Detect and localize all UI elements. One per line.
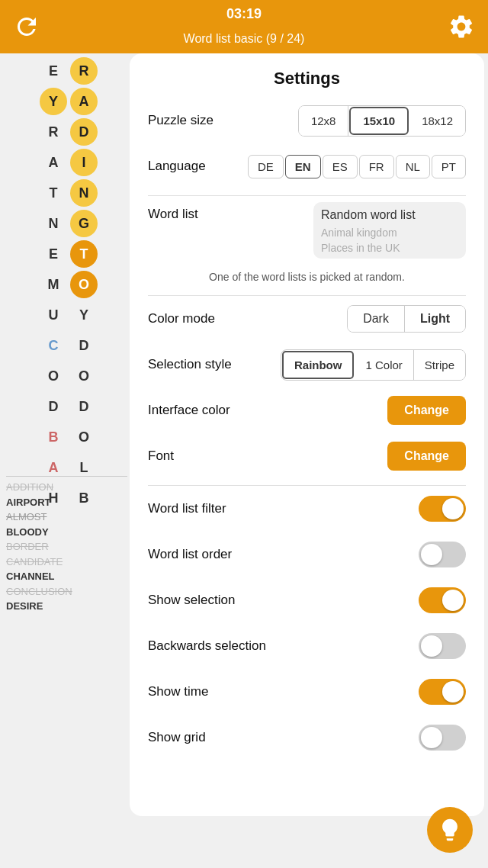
divider — [148, 485, 466, 486]
color-mode-light[interactable]: Light — [405, 306, 465, 332]
word-list-order-toggle[interactable] — [419, 542, 466, 567]
color-mode-row: Color mode Dark Light — [148, 302, 466, 336]
grid-row: C D — [4, 332, 133, 359]
grid-row: D D — [4, 393, 133, 420]
grid-row: Y A — [4, 88, 133, 115]
gear-icon — [448, 13, 475, 40]
grid-row: E R — [4, 57, 133, 85]
word-list-dropdown[interactable]: Random word list Animal kingdom Places i… — [313, 202, 466, 259]
grid-cell: Y — [40, 88, 67, 115]
interface-color-label: Interface color — [148, 403, 230, 418]
font-change-button[interactable]: Change — [387, 442, 466, 471]
found-words-list: ADDITION AIRPORT ALMOST BLOODY BORDER CA… — [0, 473, 133, 617]
grid-cell: R — [40, 118, 67, 146]
grid-row: O O — [4, 362, 133, 390]
show-time-label: Show time — [148, 684, 208, 699]
word-list-selected: Random word list — [321, 205, 458, 225]
word-list-filter-toggle[interactable] — [419, 496, 466, 522]
selection-style-group: Rainbow 1 Color Stripe — [281, 349, 466, 381]
grid-cell: G — [70, 210, 98, 237]
word-list-row: Word list Random word list Animal kingdo… — [148, 202, 466, 259]
show-grid-label: Show grid — [148, 730, 206, 745]
word-list-item: ALMOST — [6, 510, 127, 525]
letter-grid: E R Y A R D A I T N N G E T M O U Y C D … — [4, 57, 133, 515]
interface-color-change-button[interactable]: Change — [387, 396, 466, 425]
settings-button[interactable] — [442, 8, 480, 46]
lightbulb-icon — [437, 817, 463, 843]
color-mode-dark[interactable]: Dark — [348, 306, 405, 332]
show-selection-row: Show selection — [148, 583, 466, 617]
grid-cell: D — [40, 393, 67, 420]
word-list-item: AIRPORT — [6, 495, 127, 510]
grid-cell: O — [70, 271, 98, 298]
word-list-item: DESIRE — [6, 599, 127, 614]
font-label: Font — [148, 448, 174, 464]
color-mode-group: Dark Light — [347, 305, 466, 333]
grid-cell: D — [70, 393, 98, 420]
word-list-order-label: Word list order — [148, 547, 232, 562]
language-label: Language — [148, 159, 206, 174]
lang-fr[interactable]: FR — [359, 155, 394, 178]
word-list-item: CANDIDATE — [6, 555, 127, 570]
puzzle-size-group: 12x8 15x10 18x12 — [298, 105, 466, 137]
grid-row: R D — [4, 118, 133, 146]
backwards-selection-row: Backwards selection — [148, 629, 466, 663]
settings-modal: Settings Puzzle size 12x8 15x10 18x12 La… — [130, 53, 484, 816]
interface-color-row: Interface color Change — [148, 394, 466, 427]
header: 03:19 Word list basic (9 / 24) — [0, 0, 488, 53]
grid-cell: C — [40, 332, 67, 359]
show-time-row: Show time — [148, 675, 466, 709]
refresh-button[interactable] — [8, 8, 46, 46]
grid-cell: I — [70, 149, 98, 176]
language-group: DE EN ES FR NL PT — [248, 155, 466, 178]
color-mode-label: Color mode — [148, 311, 215, 326]
word-list-filter-row: Word list filter — [148, 492, 466, 526]
show-selection-label: Show selection — [148, 593, 235, 608]
grid-row: N G — [4, 210, 133, 237]
backwards-selection-label: Backwards selection — [148, 638, 266, 654]
divider — [148, 195, 466, 196]
hint-button[interactable] — [427, 807, 473, 853]
sel-stripe[interactable]: Stripe — [414, 350, 465, 380]
grid-row: E T — [4, 240, 133, 268]
puzzle-size-12x8[interactable]: 12x8 — [299, 106, 349, 136]
grid-cell: E — [40, 57, 67, 85]
grid-row: A I — [4, 149, 133, 176]
grid-cell: T — [70, 240, 98, 268]
sel-1color[interactable]: 1 Color — [355, 350, 413, 380]
language-row: Language DE EN ES FR NL PT — [148, 149, 466, 183]
grid-cell: N — [70, 179, 98, 207]
puzzle-size-18x12[interactable]: 18x12 — [409, 106, 465, 136]
header-time: 03:19 — [226, 6, 262, 22]
selection-style-row: Selection style Rainbow 1 Color Stripe — [148, 348, 466, 381]
word-list-option: Places in the UK — [321, 240, 458, 256]
grid-cell: U — [40, 301, 67, 329]
header-subtitle: Word list basic (9 / 24) — [184, 32, 305, 46]
show-selection-toggle[interactable] — [419, 587, 466, 613]
refresh-icon — [13, 13, 40, 40]
grid-cell: O — [70, 362, 98, 390]
backwards-selection-toggle[interactable] — [419, 633, 466, 659]
word-list-item: CHANNEL — [6, 569, 127, 584]
lang-es[interactable]: ES — [323, 155, 358, 178]
puzzle-size-15x10[interactable]: 15x10 — [349, 107, 409, 135]
grid-row: T N — [4, 179, 133, 207]
show-grid-row: Show grid — [148, 721, 466, 754]
sel-rainbow[interactable]: Rainbow — [282, 351, 355, 379]
puzzle-size-label: Puzzle size — [148, 113, 214, 128]
word-list-label: Word list — [148, 202, 198, 222]
font-row: Font Change — [148, 439, 466, 473]
grid-cell: Y — [70, 301, 98, 329]
lang-en[interactable]: EN — [285, 155, 321, 178]
grid-cell: A — [70, 88, 98, 115]
word-list-item: BORDER — [6, 539, 127, 555]
grid-cell: R — [70, 57, 98, 85]
show-time-toggle[interactable] — [419, 679, 466, 705]
grid-cell: D — [70, 332, 98, 359]
show-grid-toggle[interactable] — [419, 725, 466, 751]
divider — [148, 295, 466, 296]
lang-pt[interactable]: PT — [432, 155, 466, 178]
lang-nl[interactable]: NL — [396, 155, 430, 178]
lang-de[interactable]: DE — [248, 155, 284, 178]
grid-cell: M — [40, 271, 67, 298]
